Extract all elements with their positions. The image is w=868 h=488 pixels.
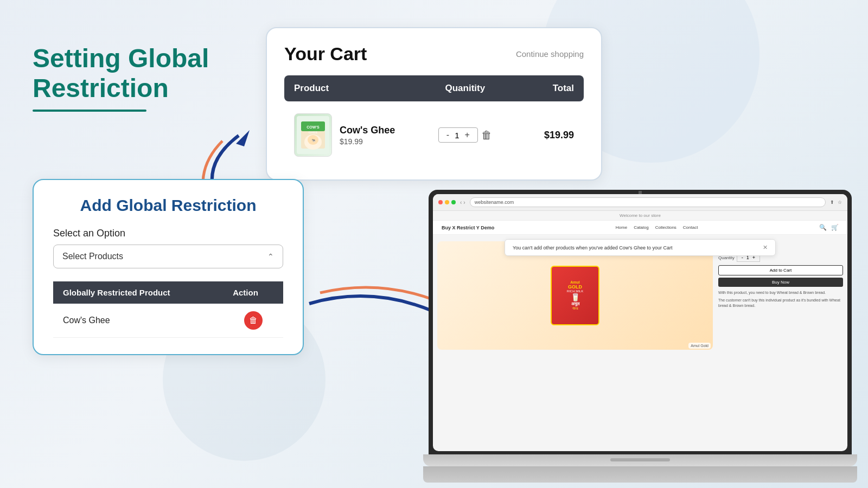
amul-gold-label: GOLD	[568, 284, 582, 290]
amul-brand: Amul	[570, 280, 580, 284]
browser-dots	[438, 200, 456, 204]
table-header: Globally Restricted Product Action	[53, 281, 283, 304]
row-action: 🗑	[223, 304, 283, 338]
product-desc-1: With this product, you need to buy Wheat…	[718, 290, 843, 296]
trash-icon: 🗑	[249, 316, 258, 325]
notification-close-button[interactable]: ✕	[763, 244, 768, 251]
nav-collections[interactable]: Collections	[655, 225, 676, 230]
amul-product-visual: Amul GOLD RICH MILK 🥛 अमूल गोल्ड	[551, 266, 599, 325]
product-info: COW'S GHEE 🐄 Cow's Ghee $19.99	[294, 113, 418, 157]
product-image: COW'S GHEE 🐄	[294, 113, 332, 157]
svg-marker-8	[236, 130, 250, 146]
amul-hindi-text: अमूल	[571, 301, 579, 307]
address-bar[interactable]: websitename.com	[470, 197, 826, 207]
amul-hindi-sub: गोल्ड	[572, 307, 578, 311]
trackpad	[610, 458, 670, 461]
option-section: Select an Option Select Products ⌃	[53, 228, 283, 268]
laptop-wrapper: ‹ › websitename.com ⬆ ☆ Welcome to our s…	[412, 163, 868, 488]
browser-toolbar-icons: ⬆ ☆	[830, 200, 842, 205]
product-price: $19.99	[340, 137, 395, 146]
qty-value: 1	[455, 131, 459, 140]
col-header-action: Action	[223, 281, 283, 304]
svg-text:GHEE: GHEE	[308, 131, 317, 134]
store-nav: Buy X Restrict Y Demo Home Catalog Colle…	[433, 221, 847, 235]
table-header-row: Globally Restricted Product Action	[53, 281, 283, 304]
cart-icon[interactable]: 🛒	[831, 224, 839, 231]
laptop-screen-outer: ‹ › websitename.com ⬆ ☆ Welcome to our s…	[429, 190, 852, 455]
column-quantity: Quanitity	[418, 83, 512, 94]
nav-home[interactable]: Home	[616, 225, 627, 230]
product-details: Cow's Ghee $19.99	[340, 125, 395, 146]
notification-bar: You can't add other products when you've…	[505, 239, 776, 256]
welcome-banner: Welcome to our store	[433, 211, 847, 221]
product-hero-image: Amul GOLD RICH MILK 🥛 अमूल गोल्ड	[437, 241, 713, 350]
browser-chrome: ‹ › websitename.com ⬆ ☆	[433, 194, 847, 211]
restriction-card: Add Global Restriction Select an Option …	[33, 179, 304, 355]
continue-shopping-link[interactable]: Continue shopping	[516, 49, 584, 59]
laptop-base	[423, 454, 857, 466]
keyboard-area	[423, 466, 857, 483]
cart-title: Your Cart	[284, 43, 367, 65]
buy-now-button[interactable]: Buy Now	[718, 278, 843, 287]
column-product: Product	[294, 83, 418, 94]
product-section: Amul GOLD RICH MILK 🥛 अमूल गोल्ड A	[437, 241, 843, 350]
laptop-body: ‹ › websitename.com ⬆ ☆ Welcome to our s…	[423, 190, 857, 472]
delete-item-icon[interactable]: 🗑	[481, 129, 492, 142]
title-underline	[33, 110, 146, 112]
product-desc-2: The customer can't buy this individual p…	[718, 298, 843, 309]
restriction-title: Add Global Restriction	[53, 196, 283, 215]
amul-icon: 🥛	[571, 293, 580, 301]
notification-text: You can't add other products when you've…	[513, 245, 673, 251]
url-text: websitename.com	[475, 200, 514, 205]
add-to-cart-button[interactable]: Add to Cart	[718, 265, 843, 275]
amul-package: Amul GOLD RICH MILK 🥛 अमूल गोल्ड	[551, 266, 599, 325]
product-detail-panel: Amul milk Quantity - 1 + Add to Cart B	[718, 241, 843, 350]
column-total: Total	[512, 83, 574, 94]
chevron-down-icon: ⌃	[267, 252, 274, 261]
share-icon[interactable]: ⬆	[830, 200, 834, 205]
nav-contact[interactable]: Contact	[683, 225, 698, 230]
forward-icon[interactable]: ›	[463, 200, 465, 206]
store-brand: Buy X Restrict Y Demo	[442, 225, 494, 230]
table-row: COW'S GHEE 🐄 Cow's Ghee $19.99 - 1 + 🗑 $…	[284, 106, 584, 164]
nav-links: Home Catalog Collections Contact	[616, 225, 698, 230]
product-name: Cow's Ghee	[340, 125, 395, 136]
bookmark-icon[interactable]: ☆	[838, 200, 842, 205]
delete-restriction-button[interactable]: 🗑	[244, 311, 263, 330]
qty-increase-button[interactable]: +	[464, 130, 469, 140]
store-nav-icons: 🔍 🛒	[819, 224, 839, 231]
cart-header: Your Cart Continue shopping	[284, 43, 584, 65]
nav-catalog[interactable]: Catalog	[634, 225, 649, 230]
maximize-dot[interactable]	[451, 200, 456, 204]
svg-text:🐄: 🐄	[311, 138, 316, 143]
table-row: Cow's Ghee 🗑	[53, 304, 283, 338]
row-product-name: Cow's Ghee	[53, 304, 223, 338]
close-dot[interactable]	[438, 200, 443, 204]
cart-total: $19.99	[512, 130, 574, 141]
col-header-product: Globally Restricted Product	[53, 281, 223, 304]
qty-decrease-button[interactable]: -	[446, 130, 449, 140]
browser-navigation: ‹ ›	[460, 200, 465, 206]
restriction-table: Globally Restricted Product Action Cow's…	[53, 281, 283, 338]
store-body: You can't add other products when you've…	[433, 235, 847, 354]
select-placeholder: Select Products	[62, 252, 123, 261]
search-icon[interactable]: 🔍	[819, 224, 827, 231]
minimize-dot[interactable]	[445, 200, 449, 204]
select-products-dropdown[interactable]: Select Products ⌃	[53, 245, 283, 268]
product-image-area: Amul GOLD RICH MILK 🥛 अमूल गोल्ड A	[437, 241, 713, 350]
page-title-section: Setting Global Restriction	[33, 43, 209, 112]
back-icon[interactable]: ‹	[460, 200, 462, 206]
option-label: Select an Option	[53, 228, 283, 239]
svg-text:COW'S: COW'S	[307, 125, 320, 129]
cart-card: Your Cart Continue shopping Product Quan…	[266, 27, 602, 181]
quantity-box: - 1 +	[438, 127, 478, 143]
page-title: Setting Global Restriction	[33, 43, 209, 103]
laptop-screen: ‹ › websitename.com ⬆ ☆ Welcome to our s…	[433, 194, 847, 451]
product-image-label: Amul Gold	[688, 343, 711, 349]
table-body: Cow's Ghee 🗑	[53, 304, 283, 338]
quantity-control: - 1 + 🗑	[418, 127, 512, 143]
cart-table-header: Product Quanitity Total	[284, 75, 584, 101]
